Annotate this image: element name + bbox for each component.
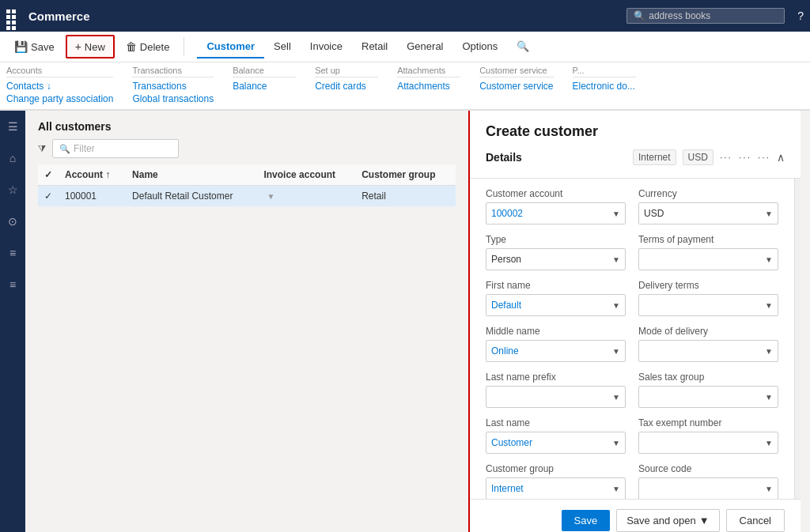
section-controls: Internet USD ··· ··· ··· ∧ [633,149,785,165]
usd-badge[interactable]: USD [683,149,713,165]
sidebar-home-icon[interactable]: ⌂ [3,149,22,168]
source-code-label: Source code [638,463,778,474]
search-input[interactable] [649,10,767,21]
terms-of-payment-select[interactable]: ▼ [638,248,778,270]
accounts-change-party[interactable]: Change party association [6,93,113,104]
credit-cards-link[interactable]: Credit cards [315,81,378,92]
customer-account-select[interactable]: 100002 ▼ [486,202,626,224]
balance-link[interactable]: Balance [233,81,296,92]
filter-search-icon: 🔍 [59,144,70,154]
transactions-link[interactable]: Transactions [132,81,214,92]
source-code-select[interactable]: ▼ [638,477,778,499]
save-button[interactable]: 💾 Save [6,36,62,57]
customer-account-label: Customer account [486,188,626,199]
sidebar: ☰ ⌂ ☆ ⊙ ≡ ≡ [0,111,25,532]
tab-customer[interactable]: Customer [197,36,264,58]
customer-group-arrow: ▼ [612,485,620,493]
last-name-prefix-select[interactable]: ▼ [486,386,626,408]
first-name-label: First name [486,280,626,291]
panel-section-header: Details Internet USD ··· ··· ··· ∧ [486,149,785,165]
col-invoice-account[interactable]: Invoice account [257,164,355,186]
delivery-terms-label: Delivery terms [638,280,778,291]
terms-of-payment-arrow: ▼ [765,255,773,264]
dots2[interactable]: ··· [739,152,751,163]
cancel-button[interactable]: Cancel [726,509,785,532]
col-customer-group[interactable]: Customer group [355,164,456,186]
panel-header: Create customer Details Internet USD ···… [470,111,801,179]
type-arrow: ▼ [612,255,620,264]
tab-invoice[interactable]: Invoice [301,36,352,58]
col-account[interactable]: Account ↑ [59,164,126,186]
delivery-terms-select[interactable]: ▼ [638,294,778,316]
tab-options[interactable]: Options [453,36,508,58]
search-bar[interactable]: 🔍 [626,8,785,24]
tax-exempt-number-arrow: ▼ [765,439,773,447]
dots1[interactable]: ··· [720,152,732,163]
field-sales-tax-group: Sales tax group ▼ [638,372,778,408]
customer-service-link[interactable]: Customer service [479,81,553,92]
funnel-icon[interactable]: ⧩ [38,143,46,154]
list-panel: All customers ⧩ 🔍 Filter ✓ Account ↑ Nam… [25,111,468,532]
electronic-doc-link[interactable]: Electronic do... [573,81,636,92]
save-button-form[interactable]: Save [562,510,611,531]
tax-exempt-number-select[interactable]: ▼ [638,432,778,454]
dots3[interactable]: ··· [758,152,770,163]
sidebar-star-icon[interactable]: ☆ [3,180,22,199]
middle-name-label: Middle name [486,326,626,337]
ribbon-sub-customer-service: Customer service Customer service [479,66,553,92]
customer-group-label: Customer group [486,463,626,474]
sidebar-settings-icon[interactable]: ≡ [3,275,22,294]
filter-bar: ⧩ 🔍 Filter [38,139,456,158]
new-button[interactable]: + New [66,35,115,58]
scrollbar[interactable] [794,179,801,499]
customer-group-select[interactable]: Internet ▼ [486,477,626,499]
panel-body: Customer account 100002 ▼ Currency USD ▼ [470,179,794,499]
internet-badge[interactable]: Internet [633,149,676,165]
sidebar-list-icon[interactable]: ≡ [3,243,22,262]
accounts-contacts[interactable]: Contacts ↓ [6,81,113,92]
collapse-icon[interactable]: ∧ [777,151,785,164]
global-transactions-link[interactable]: Global transactions [132,93,214,104]
right-panel: Create customer Details Internet USD ···… [468,111,801,532]
currency-select[interactable]: USD ▼ [638,202,778,224]
mode-of-delivery-select[interactable]: ▼ [638,340,778,362]
delete-button[interactable]: 🗑 Delete [118,36,178,57]
tab-retail[interactable]: Retail [352,36,397,58]
sales-tax-group-label: Sales tax group [638,372,778,383]
table-header-row: ✓ Account ↑ Name Invoice account Custome… [38,164,456,186]
field-middle-name: Middle name Online ▼ [486,326,626,362]
save-icon: 💾 [14,40,28,53]
save-and-open-button[interactable]: Save and open ▼ [616,509,719,532]
row-account: 100001 [59,186,126,207]
table-row[interactable]: ✓ 100001 Default Retail Customer ▼ Retai… [38,186,456,207]
middle-name-select[interactable]: Online ▼ [486,340,626,362]
filter-input-container[interactable]: 🔍 Filter [52,139,179,158]
check-col-header: ✓ [38,164,59,186]
row-name: Default Retail Customer [126,186,257,207]
currency-arrow: ▼ [765,209,773,218]
sales-tax-group-select[interactable]: ▼ [638,386,778,408]
panel-title: Create customer [486,123,785,140]
field-type: Type Person ▼ [486,234,626,270]
tab-sell[interactable]: Sell [264,36,301,58]
col-name[interactable]: Name [126,164,257,186]
first-name-select[interactable]: Default ▼ [486,294,626,316]
attachments-link[interactable]: Attachments [397,81,460,92]
app-grid-icon[interactable] [6,9,19,22]
panel-content-area: Customer account 100002 ▼ Currency USD ▼ [470,179,801,499]
panel-footer: Save Save and open ▼ Cancel [470,499,801,532]
ribbon-sub-transactions: Transactions Transactions Global transac… [132,66,214,104]
type-select[interactable]: Person ▼ [486,248,626,270]
sidebar-menu-icon[interactable]: ☰ [3,117,22,136]
last-name-prefix-label: Last name prefix [486,372,626,383]
last-name-select[interactable]: Customer ▼ [486,432,626,454]
field-last-name: Last name Customer ▼ [486,417,626,454]
sidebar-recent-icon[interactable]: ⊙ [3,212,22,231]
tab-search[interactable]: 🔍 [507,36,539,58]
help-icon[interactable]: ? [797,9,804,22]
app-title: Commerce [28,9,90,23]
source-code-arrow: ▼ [765,485,773,493]
field-source-code: Source code ▼ [638,463,778,499]
dropdown-arrow[interactable]: ▼ [267,192,274,201]
tab-general[interactable]: General [397,36,452,58]
